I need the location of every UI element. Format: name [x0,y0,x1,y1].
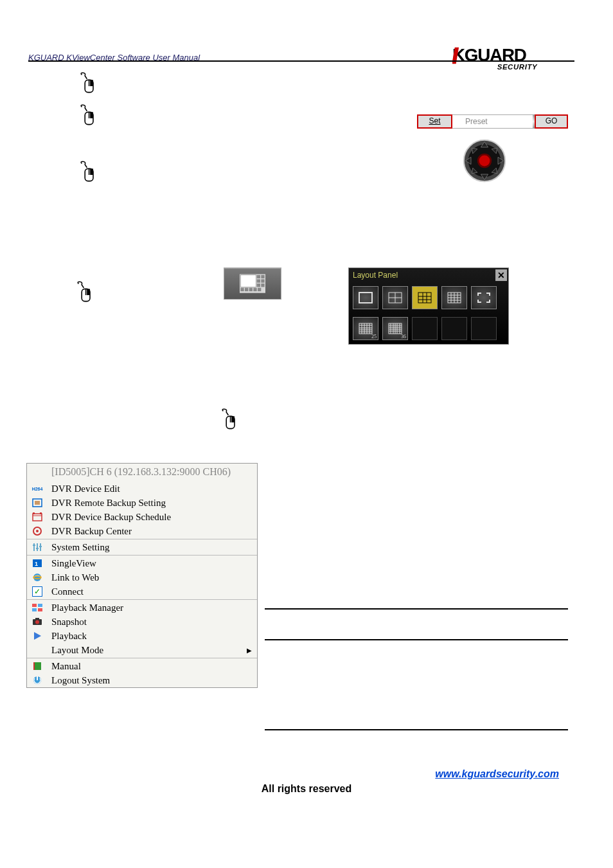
menu-separator [27,539,257,539]
menu-item-label: Layout Mode [51,645,103,656]
layout-2x2-button[interactable] [382,286,408,309]
single-icon: 1 [31,557,44,569]
svg-rect-83 [40,512,42,514]
svg-rect-38 [240,288,244,291]
svg-rect-43 [359,293,372,303]
svg-rect-102 [35,618,39,620]
svg-rect-98 [32,608,37,611]
sliders-icon [31,541,44,553]
layout-empty [441,317,467,340]
svg-text:1: 1 [35,561,38,567]
pbmgr-icon [31,602,44,613]
menu-item-dvr-remote-backup-setting[interactable]: DVR Remote Backup Setting [27,496,257,510]
ptz-wheel-icon[interactable] [462,138,507,183]
svg-rect-96 [32,604,37,607]
menu-item-dvr-device-edit[interactable]: H264DVR Device Edit [27,482,257,496]
layout-icon [240,274,265,293]
layout-6x6-button[interactable]: 36 [382,317,408,340]
book-icon [31,660,44,672]
menu-separator [27,599,257,600]
page-header: KGUARD KViewCenter Software User Manual … [0,24,613,63]
layout-25-label: 25 [371,334,377,339]
menu-item-layout-mode[interactable]: Layout Mode [27,643,257,657]
layout-36-label: 36 [401,334,406,339]
menu-item-playback-manager[interactable]: Playback Manager [27,601,257,615]
menu-item-snapshot[interactable]: Snapshot [27,615,257,629]
svg-rect-105 [33,662,35,670]
layout-panel-title: Layout Panel [353,271,398,280]
menu-item-link-to-web[interactable]: Link to Web [27,570,257,584]
footer-link[interactable]: www.kguardsecurity.com [435,768,559,780]
svg-marker-103 [34,632,41,640]
mouse-click-icon [77,71,99,96]
menu-item-dvr-device-backup-schedule[interactable]: DVR Device Backup Schedule [27,510,257,524]
preset-go-button[interactable]: GO [535,114,568,129]
svg-text:KGUARD: KGUARD [452,45,526,65]
mouse-click-icon [77,159,99,185]
backup-icon [31,497,44,509]
menu-item-manual[interactable]: Manual [27,659,257,673]
menu-item-label: Logout System [51,675,110,686]
menu-item-label: Connect [51,586,84,597]
preset-bar: Set Preset GO [417,114,568,129]
ie-icon [31,572,44,583]
center-icon [31,525,44,537]
menu-item-dvr-backup-center[interactable]: DVR Backup Center [27,524,257,538]
menu-item-logout-system[interactable]: Logout System [27,673,257,687]
menu-item-label: Link to Web [51,572,99,583]
table-rule [265,729,568,730]
header-rule [28,60,574,62]
svg-rect-34 [257,279,260,282]
svg-point-85 [36,530,39,532]
schedule-icon [31,511,44,523]
mouse-click-icon [74,280,96,305]
preset-label: Preset [452,114,533,129]
mouse-click-icon [77,103,99,129]
snap-icon [31,616,44,628]
layout-panel: Layout Panel ✕ 25 36 [348,267,509,345]
svg-rect-91 [39,546,42,547]
layout-3x3-button[interactable] [412,286,438,309]
svg-rect-5 [90,80,93,86]
mouse-click-icon [218,407,240,433]
menu-item-playback[interactable]: Playback [27,629,257,643]
close-icon[interactable]: ✕ [495,269,507,281]
svg-rect-59 [359,323,372,334]
context-menu: [ID5005]CH 6 (192.168.3.132:9000 CH06) H… [26,463,258,688]
preset-set-button[interactable]: Set [417,114,452,129]
layout-row [349,282,508,313]
menu-item-label: DVR Remote Backup Setting [51,498,166,509]
menu-item-system-setting[interactable]: System Setting [27,540,257,554]
svg-point-94 [33,574,41,581]
layout-4x4-button[interactable] [441,286,467,309]
table-rule [265,608,568,610]
svg-rect-37 [261,284,264,287]
svg-point-101 [35,620,39,624]
svg-rect-35 [261,279,264,282]
svg-rect-33 [261,275,264,278]
svg-rect-90 [36,548,39,549]
svg-rect-40 [249,288,253,291]
menu-item-label: DVR Backup Center [51,526,132,537]
menu-separator [27,555,257,556]
svg-rect-82 [33,512,35,514]
footer-rights: All rights reserved [0,783,613,795]
svg-rect-97 [38,604,42,607]
menu-item-connect[interactable]: ✓Connect [27,584,257,599]
menu-item-singleview[interactable]: 1SingleView [27,556,257,570]
h264-icon: H264 [31,483,44,494]
menu-item-label: SingleView [51,558,96,569]
layout-button[interactable] [224,267,281,300]
menu-item-label: DVR Device Backup Schedule [51,512,171,523]
menu-item-label: Playback Manager [51,602,123,613]
menu-item-label: Playback [51,631,87,642]
blank-icon [31,644,44,656]
svg-rect-42 [258,288,261,291]
svg-rect-41 [253,288,256,291]
svg-rect-47 [418,293,431,303]
svg-rect-8 [90,112,93,118]
layout-fullscreen-button[interactable] [471,286,497,309]
layout-1x1-button[interactable] [353,286,378,309]
svg-rect-89 [33,545,35,546]
layout-5x5-button[interactable]: 25 [353,317,378,340]
